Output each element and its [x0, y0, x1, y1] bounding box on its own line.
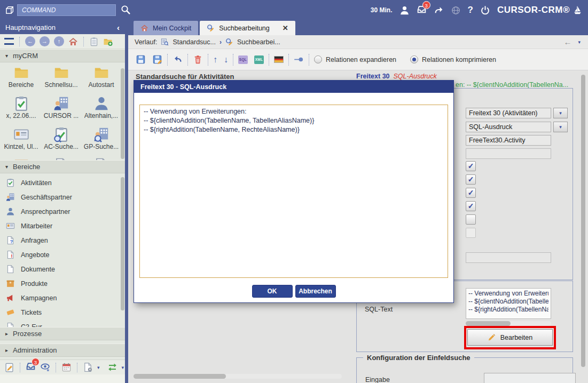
undo-icon[interactable] — [173, 54, 183, 65]
calendar-icon[interactable] — [61, 362, 72, 372]
clipboard-edit-icon[interactable] — [4, 362, 14, 372]
swap-icon[interactable] — [107, 362, 117, 372]
checkbox-6-disabled[interactable] — [466, 228, 476, 238]
type-select[interactable]: SQL-Ausdruck — [466, 122, 551, 132]
command-input[interactable] — [17, 4, 116, 16]
tile-clipped[interactable] — [81, 157, 121, 160]
content-hscrollbar-thumb[interactable] — [134, 374, 226, 379]
chevron-down-icon[interactable]: ▾ — [578, 39, 581, 45]
tile-bereiche[interactable]: Bereiche — [1, 65, 41, 95]
sql-export-icon[interactable]: SQL — [238, 55, 248, 64]
tile-clipped[interactable] — [41, 157, 81, 160]
tile-kintzel[interactable]: Kintzel, Ul... — [1, 126, 41, 157]
clipboard-icon[interactable] — [89, 37, 99, 46]
inbox-tray-button[interactable]: 3 — [26, 361, 36, 373]
tile-autostart[interactable]: Autostart — [81, 65, 121, 95]
move-down-icon[interactable]: ↓ — [224, 55, 228, 65]
sidebar-item-mitarbeiter[interactable]: Mitarbeiter — [0, 219, 125, 233]
home-icon[interactable] — [68, 37, 78, 46]
separator — [269, 54, 269, 66]
radio-relationen-expandieren[interactable]: Relationen expandieren — [314, 55, 396, 63]
checkbox-3-checked[interactable] — [466, 188, 476, 198]
sidebar-item-anfragen[interactable]: Anfragen — [0, 233, 125, 248]
globe-icon[interactable] — [451, 5, 461, 15]
sidebar-item-dokumente[interactable]: Dokumente — [0, 262, 125, 276]
breadcrumb-item-suchbearbeitung[interactable]: Suchbearbei... — [237, 38, 280, 46]
sidebar-scrollbar-thumb[interactable] — [121, 68, 124, 159]
sidebar-item-tickets[interactable]: Tickets — [0, 305, 125, 320]
logout-power-icon[interactable] — [480, 5, 490, 15]
tile-ac-suche[interactable]: AC-Suche... — [41, 126, 81, 157]
sidebar-scrollbar-thumb[interactable] — [121, 177, 124, 310]
empty-field[interactable] — [466, 252, 551, 263]
tile-gp-suche[interactable]: GP-Suche... — [81, 126, 121, 157]
cancel-button[interactable]: Abbrechen — [295, 285, 336, 298]
delete-icon[interactable] — [193, 54, 203, 65]
dialog-title-bar[interactable]: Freitext 30 - SQL-Ausdruck — [134, 81, 453, 93]
redo-icon[interactable] — [434, 5, 444, 15]
radio-relationen-komprimieren[interactable]: Relationen komprimieren — [410, 55, 496, 63]
tile-cursor[interactable]: CURSOR ... — [41, 95, 81, 126]
sidebar-item-kampagnen[interactable]: Kampagnen — [0, 291, 125, 305]
sidebar-item-produkte[interactable]: Produkte — [0, 276, 125, 291]
bearbeiten-button[interactable]: Bearbeiten — [467, 329, 553, 346]
chevron-down-icon[interactable]: ▾ — [97, 365, 100, 370]
content-hscrollbar[interactable] — [134, 374, 342, 379]
tab-suchbearbeitung[interactable]: Suchbearbeitung ✕ — [200, 21, 295, 35]
save-as-icon[interactable] — [152, 54, 162, 65]
history-back-icon[interactable]: ← — [563, 37, 571, 46]
menu-icon[interactable] — [4, 38, 14, 45]
empty-field[interactable] — [466, 148, 551, 159]
tile-schnellsuche[interactable]: Schnellsu... — [41, 65, 81, 95]
save-icon[interactable] — [136, 54, 146, 65]
sidebar-item-ansprechpartner[interactable]: Ansprechpartner — [0, 204, 125, 219]
eingabe-input[interactable] — [484, 373, 576, 383]
sidebar-section-bereiche[interactable]: ▾ Bereiche — [0, 160, 125, 173]
checkbox-1-checked[interactable] — [466, 161, 476, 171]
sidebar-collapse-button[interactable]: ‹ — [117, 23, 120, 32]
tab-mein-cockpit[interactable]: Mein Cockpit — [134, 21, 198, 35]
german-flag-icon[interactable] — [274, 56, 284, 63]
tile-activity[interactable]: x, 22.06.... — [1, 95, 41, 126]
nav-up-button[interactable]: ↑ — [54, 36, 64, 46]
app-cube-icon[interactable] — [4, 5, 14, 15]
freitext-select[interactable]: Freitext 30 (Aktivitäten) — [466, 108, 551, 118]
sidebar-item-angebote[interactable]: Angebote — [0, 248, 125, 262]
type-select-dropdown-button[interactable] — [553, 122, 568, 132]
preview-hscrollbar[interactable] — [466, 321, 551, 326]
breadcrumb-item-standardsuche[interactable]: Standardsuc... — [173, 38, 216, 46]
user-icon[interactable] — [399, 5, 410, 15]
command-search-icon[interactable] — [121, 5, 130, 14]
chevron-down-icon[interactable]: ▾ — [122, 365, 124, 370]
content-vscrollbar-thumb[interactable] — [581, 75, 585, 367]
sidebar-item-c2-eur[interactable]: C2-Eur... — [0, 320, 125, 327]
sidebar-section-prozesse[interactable]: ▸ Prozesse — [0, 327, 125, 340]
freitext-select-dropdown-button[interactable] — [553, 108, 568, 118]
tile-altenhain[interactable]: Altenhain,... — [81, 95, 121, 126]
move-up-icon[interactable]: ↑ — [213, 55, 217, 65]
inbox-tray-button[interactable]: 3 — [417, 4, 427, 17]
sidebar-section-mycrm[interactable]: ▾ myCRM — [0, 49, 125, 62]
nav-forward-button[interactable]: → — [40, 36, 50, 46]
sql-editor-textarea[interactable]: -- Verwendung von Erweiterungen: -- ${cl… — [139, 105, 448, 278]
sidebar-item-geschaeftspartner[interactable]: Geschäftspartner — [0, 190, 125, 204]
tile-clipped[interactable] — [1, 157, 41, 160]
help-button[interactable]: ? — [468, 5, 473, 15]
xml-export-icon[interactable]: XML — [254, 55, 264, 64]
ok-button[interactable]: OK — [252, 285, 293, 298]
watch-eye-icon[interactable] — [40, 362, 50, 372]
fieldname-field[interactable]: FreeText30.Activity — [466, 135, 551, 146]
checkbox-4-checked[interactable] — [466, 201, 476, 211]
sidebar-item-aktivitaeten[interactable]: Aktivitäten — [0, 175, 125, 190]
new-folder-icon[interactable] — [103, 37, 113, 46]
close-icon[interactable]: ✕ — [283, 24, 288, 32]
sidebar-section-administration[interactable]: ▸ Administration — [0, 344, 125, 357]
checkbox-2-checked[interactable] — [466, 174, 476, 185]
nav-back-button[interactable]: ← — [25, 36, 35, 46]
sqltext-preview[interactable]: -- Verwendung von Erweiterungen: -- ${cl… — [466, 288, 551, 319]
preview-hscrollbar-thumb[interactable] — [466, 321, 511, 326]
checkbox-5-unchecked[interactable] — [466, 214, 476, 225]
pin-icon[interactable] — [294, 54, 304, 65]
content-vscrollbar[interactable] — [580, 71, 586, 382]
document-settings-icon[interactable] — [83, 362, 93, 372]
